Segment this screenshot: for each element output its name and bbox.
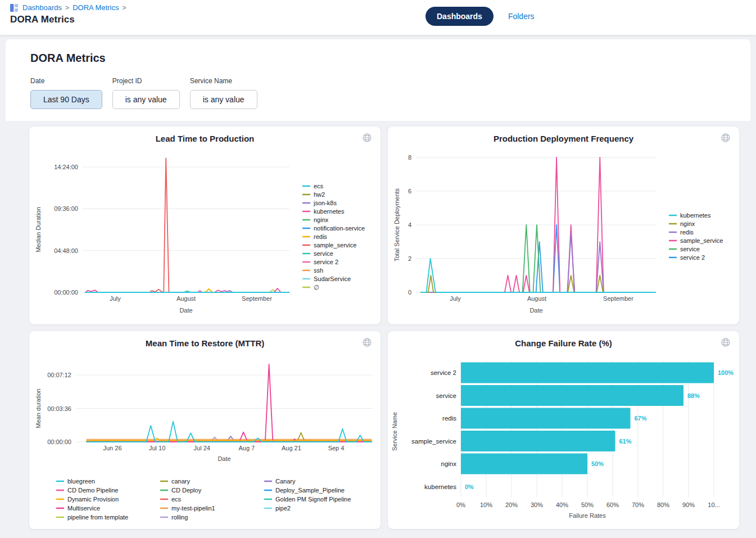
y-axis-title: Mean duration — [35, 388, 42, 428]
tab-dashboards[interactable]: Dashboards — [425, 7, 494, 26]
breadcrumb: Dashboards > DORA Metrics > — [10, 3, 126, 12]
legend-label[interactable]: redis — [314, 233, 327, 240]
legend-label[interactable]: rolling — [171, 514, 188, 521]
x-tick-label: 0% — [456, 501, 465, 508]
legend-label[interactable]: my-test-pipelin1 — [171, 505, 215, 512]
legend-label[interactable]: sample_service — [314, 242, 356, 248]
legend-label[interactable]: ecs — [314, 183, 324, 189]
filter-date-value[interactable]: Last 90 Days — [30, 90, 102, 109]
x-tick-label: 30% — [531, 501, 543, 508]
legend-label[interactable]: ∅ — [314, 284, 319, 291]
legend-label[interactable]: redis — [680, 229, 694, 236]
chart-title: Production Deployment Frequency — [388, 134, 739, 143]
lead-time-chart[interactable]: 00:00:0004:48:0009:36:0014:24:00JulyAugu… — [29, 144, 381, 324]
globe-icon[interactable] — [721, 337, 731, 347]
globe-icon[interactable] — [721, 133, 731, 143]
bar-nginx[interactable] — [461, 454, 587, 474]
x-tick-label: 20% — [505, 501, 518, 508]
value-label: 67% — [635, 415, 647, 422]
filter-project-id: Project ID is any value — [112, 77, 180, 109]
bar-redis[interactable] — [461, 408, 631, 429]
y-axis-title: Total Service Deployments — [393, 188, 400, 261]
app-header: Dashboards > DORA Metrics > DORA Metrics… — [0, 0, 756, 35]
bar-service[interactable] — [461, 385, 683, 406]
y-tick-label: 00:07:12 — [47, 372, 71, 378]
filter-service-name-value[interactable]: is any value — [190, 90, 257, 109]
legend-label[interactable]: kubernetes — [314, 208, 345, 215]
x-tick-label: 10% — [480, 501, 492, 508]
deployment-frequency-chart[interactable]: 02468JulyAugustSeptemberDateTotal Servic… — [388, 144, 739, 324]
tab-folders[interactable]: Folders — [508, 12, 535, 21]
breadcrumb-link-dashboards[interactable]: Dashboards — [22, 3, 62, 12]
value-label: 88% — [687, 392, 700, 399]
bar-sample_service[interactable] — [461, 431, 615, 451]
legend-label[interactable]: service — [314, 250, 333, 257]
legend-label[interactable]: canary — [171, 478, 191, 485]
x-tick-label: September — [242, 295, 272, 302]
legend-label[interactable]: nginx — [680, 220, 695, 227]
legend-label[interactable]: notification-service — [314, 225, 365, 232]
x-axis-title: Failure Rates — [569, 512, 606, 519]
filter-date-label: Date — [30, 77, 102, 85]
filter-service-name: Service Name is any value — [190, 77, 257, 109]
y-tick-label: 09:36:00 — [54, 205, 78, 212]
filter-service-name-label: Service Name — [190, 77, 257, 85]
x-tick-label: July — [110, 295, 121, 302]
change-failure-rate-chart[interactable]: 0%10%20%30%40%50%60%70%80%90%10...servic… — [388, 349, 739, 529]
legend-label[interactable]: json-k8s — [313, 200, 337, 206]
x-tick-label: Aug 7 — [238, 445, 255, 451]
legend-label[interactable]: pipeline from template — [67, 514, 128, 521]
x-tick-label: Jul 10 — [149, 445, 165, 451]
legend-label[interactable]: Dynamic Provision — [67, 496, 119, 503]
y-tick-label: 8 — [408, 154, 411, 161]
legend-label[interactable]: hw2 — [314, 191, 325, 198]
legend-label[interactable]: Canary — [275, 478, 296, 485]
value-label: 50% — [591, 460, 604, 467]
legend-label[interactable]: sample_service — [680, 237, 723, 244]
x-tick-label: Jul 24 — [194, 445, 210, 451]
dashboards-grid-icon — [10, 4, 18, 12]
dashboard-panel: DORA Metrics Date Last 90 Days Project I… — [6, 39, 750, 121]
legend-label[interactable]: nginx — [314, 216, 329, 223]
filter-project-id-value[interactable]: is any value — [112, 90, 180, 109]
legend-label[interactable]: bluegreen — [67, 478, 95, 485]
mttr-chart[interactable]: 00:00:0000:03:3600:07:12Jun 26Jul 10Jul … — [29, 349, 381, 529]
x-tick-label: 60% — [606, 501, 619, 508]
series-Multiservice[interactable] — [87, 364, 372, 442]
chart-title: Change Failure Rate (%) — [388, 338, 739, 348]
legend-label[interactable]: service 2 — [680, 254, 705, 261]
legend-label[interactable]: service — [680, 246, 700, 252]
legend-label[interactable]: pipe2 — [275, 505, 291, 512]
x-axis-title: Date — [218, 455, 230, 462]
legend-label[interactable]: CD Deploy — [171, 487, 202, 494]
legend-label[interactable]: CD Demo Pipeline — [67, 487, 118, 494]
series-nginx[interactable] — [421, 275, 655, 292]
legend-label[interactable]: Golden PM Signoff Pipeline — [275, 496, 351, 503]
card-lead-time-to-production: Lead Time to Production 00:00:0004:48:00… — [29, 126, 381, 324]
series-kubernetes[interactable] — [85, 288, 289, 292]
globe-icon[interactable] — [362, 337, 372, 347]
breadcrumb-link-dora-metrics[interactable]: DORA Metrics — [73, 3, 119, 12]
dashboard-grid: Lead Time to Production 00:00:0004:48:00… — [6, 121, 750, 538]
legend-label[interactable]: Multiservice — [67, 505, 100, 512]
x-tick-label: August — [176, 295, 196, 302]
x-tick-label: 80% — [657, 501, 669, 508]
globe-icon[interactable] — [362, 133, 372, 143]
category-label: redis — [442, 415, 456, 422]
bar-service 2[interactable] — [461, 363, 714, 383]
chart-title: Lead Time to Production — [29, 134, 381, 143]
series-sample_service[interactable] — [85, 159, 289, 293]
legend-label[interactable]: Deploy_Sample_Pipeline — [275, 487, 345, 494]
x-tick-label: 70% — [632, 501, 644, 508]
legend-label[interactable]: kubernetes — [680, 212, 711, 219]
x-axis-title: Date — [529, 307, 542, 314]
x-tick-label: August — [527, 295, 546, 302]
category-label: kubernetes — [424, 483, 456, 490]
card-change-failure-rate: Change Failure Rate (%) 0%10%20%30%40%50… — [388, 331, 739, 529]
dashboard-title: DORA Metrics — [30, 52, 750, 65]
legend-label[interactable]: ssh — [314, 267, 323, 274]
value-label: 0% — [465, 483, 474, 490]
legend-label[interactable]: SudarService — [314, 275, 351, 282]
legend-label[interactable]: ecs — [171, 496, 182, 503]
legend-label[interactable]: service 2 — [314, 259, 338, 265]
